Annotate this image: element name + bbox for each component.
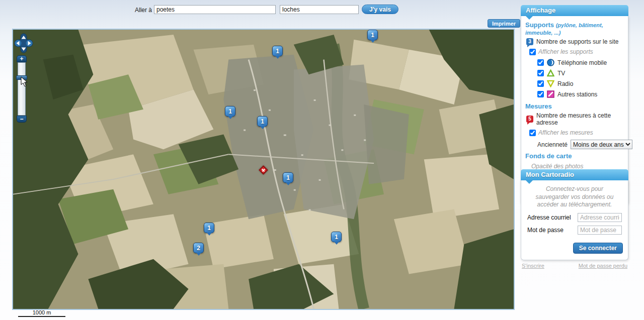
cartoradio-panel: Mon Cartoradio Connectez-vous pour sauve… (521, 169, 628, 269)
city-input[interactable] (280, 5, 359, 14)
affichage-panel-header: Affichage (521, 5, 628, 16)
other-stations-icon (547, 90, 554, 98)
aerial-map[interactable]: 11111121 + − géportail Conditions généra… (12, 29, 515, 310)
site-marker[interactable]: 1 (272, 46, 283, 56)
goto-label: Aller à (135, 7, 152, 14)
tv-checkbox[interactable] (537, 70, 544, 76)
supports-count-label: Nombre de supports sur le site (536, 38, 618, 45)
show-mesures-label: Afficher les mesures (538, 129, 593, 136)
other-stations-checkbox[interactable] (537, 91, 544, 97)
other-stations-label: Autres stations (557, 91, 597, 98)
photos-opacity-label: Opacité des photos (531, 163, 624, 170)
radio-checkbox[interactable] (537, 80, 544, 87)
site-marker[interactable]: 1 (225, 106, 235, 117)
mobile-checkbox[interactable] (537, 59, 544, 66)
supports-count-badge: 3 (526, 38, 533, 45)
password-label: Mot de passe (527, 227, 564, 234)
show-mesures-checkbox[interactable] (529, 130, 536, 136)
show-supports-checkbox[interactable] (529, 49, 536, 55)
lost-password-link[interactable]: Mot de passe perdu (579, 263, 627, 269)
print-button[interactable]: Imprimer (488, 19, 520, 28)
site-marker[interactable]: 1 (331, 232, 342, 242)
show-supports-label: Afficher les supports (538, 48, 593, 55)
scale-bar: 1000 m (18, 309, 65, 317)
connect-button[interactable]: Se connecter (573, 243, 623, 254)
zoom-slider-track[interactable] (18, 62, 26, 116)
email-field[interactable] (578, 213, 622, 222)
address-input[interactable] (154, 5, 276, 14)
zoom-out-button[interactable]: − (17, 116, 27, 123)
email-label: Adresse courriel (527, 214, 571, 221)
mesures-count-label: Nombre de mesures à cette adresse (536, 112, 624, 126)
fonds-heading: Fonds de carte (525, 152, 624, 160)
supports-heading-text: Supports (525, 21, 554, 29)
radio-label: Radio (557, 80, 573, 87)
site-marker[interactable]: 1 (257, 116, 268, 127)
radio-icon (547, 80, 554, 87)
site-marker[interactable]: 1 (283, 172, 293, 183)
mobile-icon (547, 59, 554, 66)
pan-control[interactable] (14, 33, 33, 54)
go-button[interactable]: J'y vais (362, 5, 398, 14)
password-field[interactable] (578, 226, 622, 235)
age-select[interactable]: Moins de deux ans (571, 140, 632, 149)
site-marker[interactable]: 1 (367, 30, 378, 40)
supports-heading: Supports (pylône, bâtiment, immeuble, ..… (525, 21, 624, 36)
tv-label: TV (557, 70, 565, 77)
zoom-in-button[interactable]: + (17, 55, 27, 62)
cartoradio-panel-header: Mon Cartoradio (521, 169, 628, 180)
zoom-slider-handle[interactable] (16, 75, 27, 80)
site-marker[interactable]: 1 (204, 223, 214, 233)
login-intro-text: Connectez-vous pour sauvegarder vos donn… (530, 185, 619, 209)
age-label: Ancienneté (537, 141, 568, 148)
tv-icon (547, 69, 554, 77)
mesures-count-badge: 5 (526, 116, 533, 123)
mesures-heading: Mesures (525, 102, 624, 110)
signup-link[interactable]: S'inscrire (522, 263, 544, 269)
site-marker[interactable]: 2 (193, 243, 204, 253)
mobile-label: Téléphonie mobile (557, 59, 607, 66)
